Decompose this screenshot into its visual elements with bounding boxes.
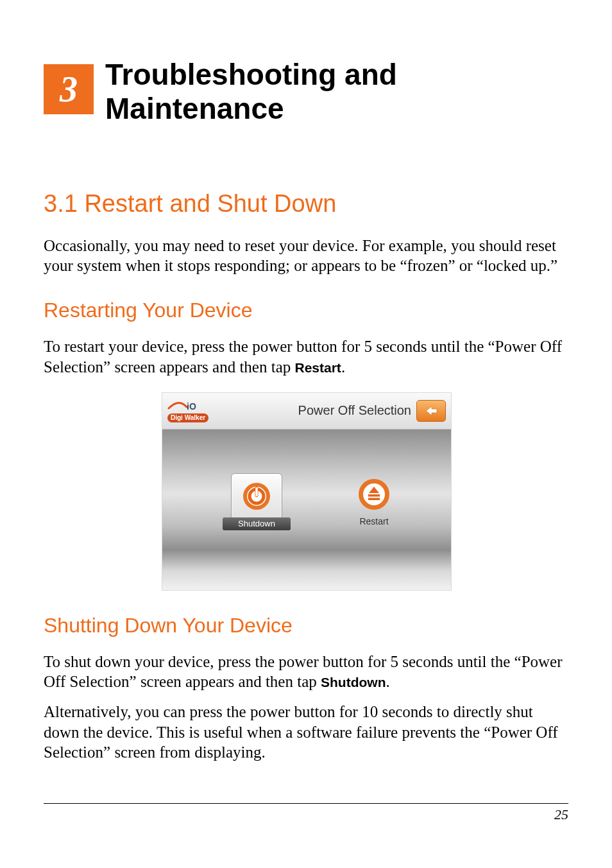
- shutdown-p1-suffix: .: [386, 673, 389, 690]
- shutdown-button-group: Shutdown: [223, 473, 291, 530]
- chapter-title: Troubleshooting and Maintenance: [105, 58, 568, 126]
- restart-para-suffix: .: [341, 358, 345, 376]
- footer-rule: [44, 803, 568, 804]
- restart-button[interactable]: [357, 478, 391, 511]
- mio-logo-text: iO: [187, 401, 196, 412]
- shutdown-p1-bold: Shutdown: [321, 675, 386, 690]
- section-3-1-intro: Occasionally, you may need to reset your…: [44, 236, 568, 276]
- back-arrow-icon: [424, 405, 438, 417]
- subheading-restarting: Restarting Your Device: [44, 299, 568, 322]
- chapter-header: 3 Troubleshooting and Maintenance: [44, 58, 568, 126]
- section-heading-3-1: 3.1 Restart and Shut Down: [44, 190, 568, 218]
- shutdown-paragraph-1: To shut down your device, press the powe…: [44, 652, 568, 692]
- restart-para-bold: Restart: [295, 360, 341, 375]
- restart-button-label: Restart: [359, 516, 388, 526]
- mio-logo-icon: iO: [167, 399, 206, 412]
- svg-rect-8: [368, 498, 380, 500]
- device-header-title: Power Off Selection: [208, 403, 416, 418]
- chapter-number-box: 3: [44, 64, 94, 114]
- subheading-shutting-down: Shutting Down Your Device: [44, 614, 568, 638]
- chapter-number: 3: [60, 71, 78, 107]
- svg-rect-7: [368, 494, 380, 497]
- restart-button-group: Restart: [357, 478, 391, 526]
- device-body: Shutdown Restart: [162, 430, 451, 590]
- shutdown-button[interactable]: [231, 473, 282, 519]
- svg-rect-4: [255, 487, 257, 496]
- device-logo: iO Digi Walker: [167, 399, 208, 422]
- page-footer: 25: [44, 803, 568, 823]
- document-page: 3 Troubleshooting and Maintenance 3.1 Re…: [0, 0, 612, 868]
- restart-paragraph: To restart your device, press the power …: [44, 336, 568, 377]
- shutdown-button-label: Shutdown: [223, 517, 291, 530]
- back-button[interactable]: [416, 400, 446, 422]
- restart-icon: [357, 478, 391, 511]
- shutdown-paragraph-2: Alternatively, you can press the power b…: [44, 702, 568, 762]
- page-number: 25: [44, 806, 568, 823]
- power-icon: [242, 482, 271, 511]
- device-screenshot-figure: iO Digi Walker Power Off Selection: [162, 392, 450, 591]
- device-header: iO Digi Walker Power Off Selection: [162, 393, 451, 430]
- device-logo-badge: Digi Walker: [167, 413, 208, 422]
- shutdown-p1-prefix: To shut down your device, press the powe…: [44, 653, 563, 690]
- device-frame: iO Digi Walker Power Off Selection: [162, 392, 452, 591]
